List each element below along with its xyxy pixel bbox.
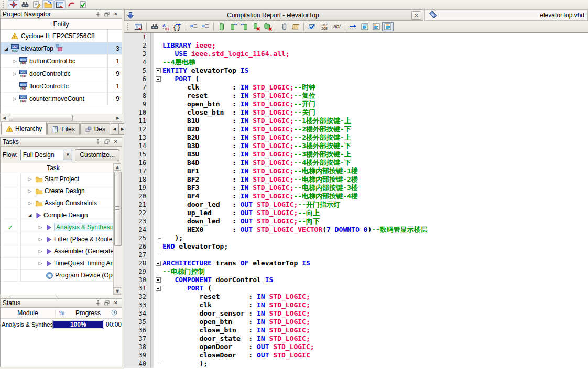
close-icon[interactable]: ✕	[112, 139, 119, 146]
undo-red-icon[interactable]	[66, 0, 77, 9]
customize-button[interactable]: Customize...	[75, 149, 119, 161]
check-doc-icon[interactable]	[77, 0, 89, 9]
vhd-editor-titlebar[interactable]: abc elevatorTop.vhd	[424, 9, 588, 21]
float-icon[interactable]	[103, 11, 111, 18]
tree-row-counter-movecount[interactable]: ▷abcVHDcounter:moveCount9	[1, 93, 122, 105]
doc-summary-icon[interactable]	[359, 22, 371, 31]
attach-icon[interactable]	[278, 22, 290, 31]
pin-icon[interactable]	[94, 300, 102, 307]
expander-icon[interactable]: ▷	[37, 237, 44, 242]
tab-des[interactable]: Des	[80, 123, 110, 135]
flow-select[interactable]: Full Design ▼	[20, 150, 73, 160]
tree-row-elevatortop[interactable]: ◢abcVHDelevatorTop3	[1, 42, 122, 55]
report-window-icon[interactable]	[133, 22, 144, 31]
permit-icon[interactable]	[290, 22, 301, 31]
expander-icon[interactable]: ▷	[37, 249, 44, 254]
syntax-check-icon[interactable]	[306, 22, 318, 31]
bookmark-icon[interactable]	[216, 22, 227, 31]
compiler-star-icon[interactable]	[8, 0, 19, 9]
brace-match-icon[interactable]: { }	[172, 22, 183, 31]
replace-icon[interactable]: AB	[160, 22, 172, 31]
task-row-program-device-open-prog[interactable]: Program Device (Open Prog	[1, 270, 122, 282]
doc-settings-icon[interactable]	[371, 22, 382, 31]
tree-row-doorcontrol-dc[interactable]: ▷abcVHDdoorControl:dc9	[1, 68, 122, 80]
report-window-icon[interactable]	[54, 0, 66, 9]
fold-box-icon[interactable]	[154, 259, 162, 267]
task-row-assign-constraints[interactable]: ▷Assign Constraints	[1, 197, 122, 209]
expander-icon[interactable]: ◢	[26, 213, 34, 218]
bookmark-delete-all-icon[interactable]	[262, 22, 274, 31]
time-column-header[interactable]	[108, 309, 121, 318]
ab-comment-icon[interactable]: ab/	[331, 22, 343, 31]
compilation-report-titlebar[interactable]: Compilation Report - elevatorTop ✕	[124, 9, 423, 21]
vhd-file-icon: abcVHD	[18, 57, 28, 65]
indent-right-icon[interactable]	[188, 22, 200, 31]
task-row-create-design[interactable]: ▷Create Design	[1, 185, 122, 197]
tasks-titlebar[interactable]: Tasks ✕	[0, 137, 122, 147]
tree-row-buttoncontrol-bc[interactable]: ▷abcVHDbuttonControl:bc1	[1, 55, 122, 68]
task-row-fitter-place-route-[interactable]: ▷Fitter (Place & Route)	[1, 233, 122, 245]
task-row-timequest-timing-analy[interactable]: ▷TimeQuest Timing Analy	[1, 258, 122, 270]
close-icon[interactable]: ✕	[411, 11, 421, 20]
project-navigator-titlebar[interactable]: Project Navigator ✕	[0, 9, 122, 19]
task-row-analysis-synthesis[interactable]: ✓▷Analysis & Synthesis	[1, 221, 122, 233]
bookmark-delete-icon[interactable]	[251, 22, 262, 31]
expander-icon[interactable]: ◢	[3, 46, 10, 51]
fold-box-icon[interactable]	[154, 75, 162, 83]
project-navigator-hscrollbar[interactable]: ◀ ▶	[0, 114, 122, 122]
expander-icon[interactable]: ▷	[11, 71, 18, 76]
close-icon[interactable]: ✕	[112, 300, 119, 307]
progress-column-header[interactable]: Progress	[68, 309, 108, 317]
float-icon[interactable]	[103, 300, 111, 307]
scroll-left-icon[interactable]: ◀	[1, 116, 8, 120]
code-text: close_btn : IN STD_LOGIC;--关门	[162, 108, 315, 117]
bookmark-prev-icon[interactable]	[239, 22, 251, 31]
task-column-header[interactable]: Task	[1, 163, 122, 173]
tab-hierarchy[interactable]: !Hierarchy	[1, 122, 47, 135]
fold-box-icon[interactable]	[154, 276, 162, 284]
scroll-up-icon[interactable]: ▲	[114, 163, 121, 171]
tabs-scroll-left-icon[interactable]: ◀	[111, 123, 118, 135]
expander-icon[interactable]: ▷	[26, 176, 34, 182]
expander-icon[interactable]: ▷	[37, 261, 44, 266]
task-row-compile-design[interactable]: ◢Compile Design	[1, 209, 122, 221]
tree-row-cyclone-ii-ep2c5f256c8[interactable]: !Cyclone II: EP2C5F256C8	[1, 30, 122, 42]
indent-left-icon[interactable]	[200, 22, 211, 31]
percent-column-header[interactable]: %	[56, 309, 68, 317]
edit-icon[interactable]	[31, 0, 42, 9]
expander-icon[interactable]: ▷	[37, 225, 44, 230]
line-number: 30	[124, 276, 151, 284]
expander-icon[interactable]: ▷	[11, 59, 18, 64]
status-titlebar[interactable]: Status ✕	[0, 298, 122, 308]
expander-icon[interactable]: ▷	[26, 200, 34, 206]
fold-box-icon[interactable]	[154, 284, 162, 293]
entity-column-header[interactable]: Entity	[1, 19, 122, 30]
code-editor[interactable]: 12LIBRARY ieee;3 USE ieee.std_logic_1164…	[124, 32, 588, 369]
line-number: 8	[124, 92, 151, 100]
tab-files[interactable]: Files	[47, 123, 79, 135]
fold-box-icon[interactable]	[154, 66, 162, 75]
expander-icon[interactable]: ▷	[11, 96, 18, 102]
find-icon[interactable]	[19, 0, 31, 9]
expander-icon[interactable]: ▷	[26, 188, 34, 194]
task-row-assembler-generate-pr[interactable]: ▷Assembler (Generate pr	[1, 245, 122, 258]
toolbar-grip[interactable]	[3, 1, 6, 8]
pin-icon[interactable]	[94, 11, 102, 18]
find-icon[interactable]	[149, 22, 160, 31]
open-folder-icon[interactable]	[42, 0, 54, 9]
scroll-right-icon[interactable]: ▶	[114, 116, 122, 120]
chevron-down-icon[interactable]: ▼	[63, 150, 72, 160]
tasks-vscrollbar[interactable]: ▲ ▼	[113, 163, 122, 295]
float-icon[interactable]	[103, 139, 111, 146]
goto-icon[interactable]	[347, 22, 359, 31]
close-icon[interactable]: ✕	[112, 11, 119, 18]
toolbar-grip[interactable]	[127, 23, 131, 30]
line-count-icon[interactable]: 267268	[318, 22, 331, 31]
bookmark-next-icon[interactable]	[227, 22, 239, 31]
pin-icon[interactable]	[94, 139, 102, 146]
scroll-down-icon[interactable]: ▼	[114, 287, 121, 295]
doc-report-icon-pressed[interactable]	[382, 22, 394, 31]
module-column-header[interactable]: Module	[1, 309, 56, 317]
task-row-start-project[interactable]: ▷Start Project	[1, 173, 122, 185]
tree-row-floorcontrol-fc[interactable]: abcVHDfloorControl:fc1	[1, 80, 122, 93]
